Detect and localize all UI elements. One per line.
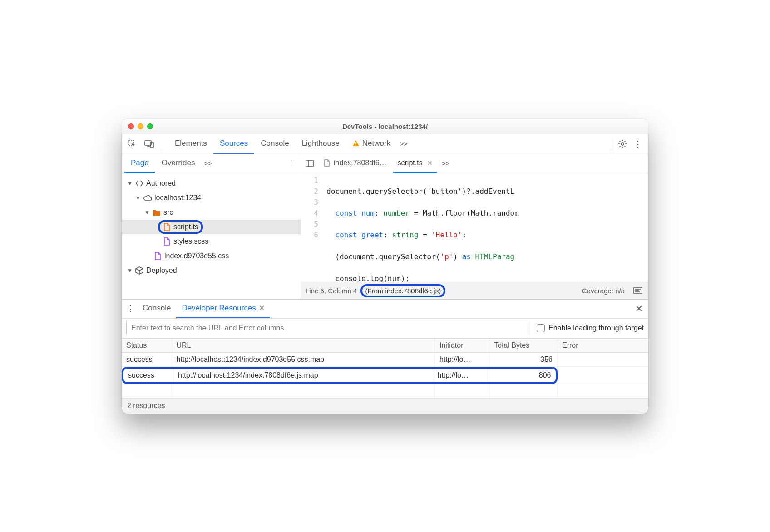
titlebar: DevTools - localhost:1234/ (122, 119, 648, 134)
file-tree: ▼ Authored ▼ localhost:1234 ▼ (122, 173, 301, 299)
file-icon (163, 237, 171, 246)
svg-rect-3 (355, 142, 356, 144)
col-error[interactable]: Error (558, 339, 648, 353)
tree-file-script-label: script.ts (173, 223, 198, 231)
cell-url: http://localhost:1234/index.7808df6e.js.… (173, 369, 433, 382)
drawer-tabs: ⋮ Console Developer Resources ✕ ✕ (122, 300, 648, 319)
tab-network-label: Network (362, 139, 390, 148)
tabs-overflow-icon[interactable]: >> (397, 140, 410, 148)
tree-file-styles[interactable]: styles.scss (122, 234, 301, 249)
file-tab-index[interactable]: index.7808df6… (318, 154, 391, 173)
drawer-menu-icon[interactable]: ⋮ (123, 304, 137, 314)
kebab-menu-icon[interactable]: ⋮ (630, 136, 646, 152)
drawer-tab-devres[interactable]: Developer Resources ✕ (176, 300, 270, 318)
file-icon (323, 159, 331, 167)
cell-status: success (123, 369, 173, 382)
file-tab-index-label: index.7808df6… (334, 159, 387, 167)
highlight-ring: script.ts (158, 220, 203, 234)
drawer-statusbar: 2 resources (122, 398, 648, 414)
highlight-ring: (From index.7808df6e.js) (360, 284, 445, 297)
cell-error (558, 352, 648, 366)
resources-table: Status URL Initiator Total Bytes Error s… (122, 339, 648, 398)
cell-error (558, 366, 648, 384)
separator (163, 138, 163, 150)
svg-point-5 (621, 143, 624, 145)
window-title: DevTools - localhost:1234/ (122, 123, 648, 130)
drawer-tab-devres-label: Developer Resources (182, 304, 256, 313)
coverage-status: Coverage: n/a (582, 287, 625, 295)
editor-tabbar: index.7808df6… script.ts ✕ >> (301, 154, 648, 173)
tree-authored[interactable]: ▼ Authored (122, 176, 301, 191)
close-drawer-tab-icon[interactable]: ✕ (259, 304, 265, 312)
tree-host[interactable]: ▼ localhost:1234 (122, 191, 301, 205)
settings-icon[interactable] (615, 136, 630, 152)
editor-statusbar: Line 6, Column 4 (From index.7808df6e.js… (301, 282, 648, 299)
drawer: ⋮ Console Developer Resources ✕ ✕ Enable… (122, 300, 648, 414)
sourcemap-link[interactable]: index.7808df6e.js (385, 287, 439, 295)
code-content: document.querySelector('button')?.addEve… (323, 173, 648, 282)
cell-url: http://localhost:1234/index.d9703d55.css… (172, 352, 435, 366)
file-tab-script-label: script.ts (398, 159, 423, 167)
subtabs-overflow-icon[interactable]: >> (201, 160, 215, 167)
resource-count: 2 resources (127, 402, 165, 410)
tree-file-script[interactable]: script.ts (122, 220, 301, 234)
tree-deployed-label: Deployed (146, 266, 177, 275)
pretty-print-icon[interactable] (632, 285, 644, 296)
file-tab-script[interactable]: script.ts ✕ (393, 154, 437, 173)
cursor-position: Line 6, Column 4 (306, 287, 357, 295)
main-toolbar: Elements Sources Console Lighthouse Netw… (122, 134, 648, 154)
tree-src-label: src (163, 208, 173, 217)
subtab-overrides[interactable]: Overrides (155, 154, 202, 173)
warning-icon (352, 140, 360, 147)
navigator-menu-icon[interactable]: ⋮ (284, 158, 298, 168)
close-tab-icon[interactable]: ✕ (425, 159, 433, 167)
checkbox-icon[interactable] (537, 324, 545, 332)
brackets-icon (135, 179, 143, 187)
table-row[interactable]: success http://localhost:1234/index.d970… (122, 352, 648, 366)
tree-file-indexcss[interactable]: index.d9703d55.css (122, 249, 301, 263)
col-status[interactable]: Status (122, 339, 172, 353)
enable-loading-label: Enable loading through target (548, 324, 644, 332)
code-editor[interactable]: 1 2 3 4 5 6 document.querySelector('butt… (301, 173, 648, 282)
col-initiator[interactable]: Initiator (435, 339, 489, 353)
devtools-window: DevTools - localhost:1234/ Elements Sour… (122, 119, 648, 414)
tree-host-label: localhost:1234 (154, 194, 201, 202)
cell-bytes: 806 (488, 369, 556, 382)
subtab-page[interactable]: Page (124, 154, 155, 173)
separator (611, 138, 611, 150)
toggle-navigator-icon[interactable] (303, 157, 316, 170)
main-tabs: Elements Sources Console Lighthouse Netw… (168, 134, 646, 154)
svg-rect-6 (306, 160, 313, 167)
navigator-pane: Page Overrides >> ⋮ ▼ Authored ▼ (122, 154, 301, 299)
folder-icon (153, 208, 161, 217)
tab-console[interactable]: Console (254, 134, 295, 154)
tree-file-indexcss-label: index.d9703d55.css (164, 252, 229, 260)
tree-authored-label: Authored (146, 179, 176, 187)
cell-initiator: http://lo… (433, 369, 488, 382)
cell-status: success (122, 352, 172, 366)
col-url[interactable]: URL (172, 339, 435, 353)
col-bytes[interactable]: Total Bytes (489, 339, 558, 353)
tab-lighthouse[interactable]: Lighthouse (296, 134, 346, 154)
inspect-element-icon[interactable] (124, 136, 140, 152)
svg-rect-2 (150, 142, 153, 148)
tab-sources[interactable]: Sources (213, 134, 254, 154)
editor-tabs-overflow-icon[interactable]: >> (439, 160, 453, 167)
editor-pane: index.7808df6… script.ts ✕ >> 1 2 3 4 5 … (301, 154, 648, 299)
tree-file-styles-label: styles.scss (173, 237, 208, 246)
tab-elements[interactable]: Elements (168, 134, 213, 154)
tree-deployed[interactable]: ▼ Deployed (122, 263, 301, 278)
table-row-empty (122, 384, 648, 398)
cloud-icon (143, 194, 152, 202)
search-input[interactable] (126, 321, 530, 335)
sourcemap-from: (From index.7808df6e.js) (365, 287, 441, 295)
tree-src-folder[interactable]: ▼ src (122, 205, 301, 220)
drawer-tab-console[interactable]: Console (137, 300, 176, 318)
svg-rect-4 (355, 145, 356, 146)
tab-network[interactable]: Network (346, 134, 397, 154)
device-toolbar-icon[interactable] (142, 136, 157, 152)
table-row[interactable]: success http://localhost:1234/index.7808… (122, 366, 648, 384)
enable-loading-checkbox[interactable]: Enable loading through target (537, 324, 644, 332)
close-drawer-icon[interactable]: ✕ (631, 303, 647, 314)
cell-initiator: http://lo… (435, 352, 489, 366)
